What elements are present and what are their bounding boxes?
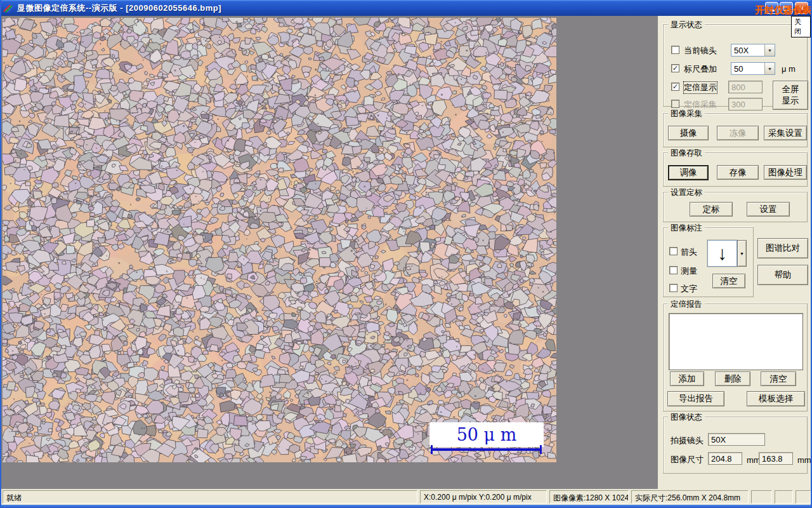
arrow-checkbox[interactable]	[669, 247, 678, 255]
lens-field: 50X	[708, 433, 765, 446]
status-bar: 就绪 X:0.200 μ m/pix Y:0.200 μ m/pix 图像像素:…	[1, 489, 811, 505]
app-icon	[3, 3, 14, 13]
report-listbox[interactable]	[669, 313, 803, 370]
brand-watermark: 开封仪器仪表	[755, 4, 812, 17]
save-image-button[interactable]: 存像	[717, 165, 759, 180]
fixed-display-checkbox[interactable]: ✓	[671, 83, 679, 91]
status-actual-size: 实际尺寸:256.0mm X 204.8mm	[631, 490, 749, 504]
control-panel: 显示状态 当前镜头 50X ▼ ✓ 标尺叠加 50 ▼ μ m ✓ 定倍显示 8…	[658, 16, 811, 489]
scale-bar-text: 50 μ m	[457, 425, 517, 444]
app-window: 显微图像定倍系统--演示版 - [20090602055646.bmp] × 开…	[0, 0, 812, 508]
group-image-status-legend: 图像状态	[668, 412, 705, 423]
window-title: 显微图像定倍系统--演示版 - [20090602055646.bmp]	[17, 3, 221, 14]
status-pixel-scale: X:0.200 μ m/pix Y:0.200 μ m/pix	[420, 490, 547, 504]
group-calibration: 设置定标 定标 设置	[663, 192, 808, 222]
lens-label: 拍摄镜头	[671, 435, 704, 446]
title-bar: 显微图像定倍系统--演示版 - [20090602055646.bmp]	[0, 0, 812, 16]
group-image-status: 图像状态 拍摄镜头 50X 图像尺寸 204.8 mm 163.8 mm	[663, 417, 808, 474]
workspace: 50 μ m 显示状态 当前镜头 50X ▼ ✓ 标尺叠加 50	[1, 16, 811, 489]
status-spare-3	[796, 490, 811, 504]
template-select-button[interactable]: 模板选择	[747, 391, 805, 406]
help-button[interactable]: 帮助	[757, 265, 808, 285]
group-annotation: 图像标注 箭头 ↓ ▼ 测量 清空 文字	[663, 227, 754, 297]
status-image-pixels: 图像像素:1280 X 1024	[549, 490, 629, 504]
ruler-unit: μ m	[782, 64, 796, 74]
height-field: 163.8	[759, 452, 793, 465]
report-clear-button[interactable]: 清空	[761, 371, 796, 386]
fixed-capture-field: 300	[728, 98, 763, 110]
measure-label: 测量	[681, 265, 697, 277]
settings-button[interactable]: 设置	[747, 202, 790, 217]
group-display-status-legend: 显示状态	[668, 20, 705, 30]
ruler-overlay-label: 标尺叠加	[684, 64, 717, 75]
calibrate-button[interactable]: 定标	[690, 202, 733, 217]
fixed-display-field: 800	[728, 81, 763, 93]
text-label: 文字	[681, 283, 697, 295]
clear-annotation-button[interactable]: 清空	[712, 274, 745, 288]
group-image-storage: 图像存取 调像 存像 图像处理	[663, 152, 808, 187]
scale-bar-label-box: 50 μ m	[429, 422, 544, 447]
report-delete-button[interactable]: 删除	[715, 371, 750, 386]
group-image-capture: 图像采集 摄像 冻像 采集设置	[663, 113, 808, 147]
capture-button[interactable]: 摄像	[668, 126, 709, 140]
group-image-storage-legend: 图像存取	[668, 148, 705, 159]
group-display-status: 显示状态 当前镜头 50X ▼ ✓ 标尺叠加 50 ▼ μ m ✓ 定倍显示 8…	[663, 24, 808, 107]
close-tooltip: 关闭	[791, 16, 811, 37]
current-lens-value: 50X	[731, 44, 764, 56]
fixed-capture-checkbox	[671, 100, 679, 108]
capture-settings-button[interactable]: 采集设置	[764, 126, 807, 140]
current-lens-label: 当前镜头	[684, 45, 717, 57]
text-checkbox[interactable]	[669, 284, 678, 292]
group-annotation-legend: 图像标注	[668, 223, 705, 234]
arrow-style-preview[interactable]: ↓	[707, 240, 737, 267]
report-add-button[interactable]: 添加	[670, 371, 704, 386]
freeze-button: 冻像	[717, 126, 759, 140]
current-lens-checkbox[interactable]	[671, 46, 679, 54]
width-field: 204.8	[708, 452, 742, 465]
ruler-value-combo[interactable]: 50 ▼	[731, 62, 775, 75]
size-label: 图像尺寸	[671, 454, 704, 465]
ruler-value: 50	[731, 63, 764, 74]
atlas-compare-button[interactable]: 图谱比对	[757, 238, 808, 258]
micrograph-canvas	[3, 18, 556, 462]
window-bottom-border	[0, 505, 812, 508]
microscope-image-view[interactable]: 50 μ m	[3, 18, 556, 462]
fullscreen-line1: 全屏	[782, 84, 799, 95]
status-spare-1	[751, 490, 772, 504]
group-calibration-legend: 设置定标	[668, 187, 705, 198]
image-process-button[interactable]: 图像处理	[764, 165, 807, 180]
fixed-display-label: 定倍显示	[684, 82, 717, 93]
down-arrow-icon: ↓	[717, 244, 727, 263]
ruler-overlay-checkbox[interactable]: ✓	[671, 64, 679, 72]
group-report-legend: 定倍报告	[668, 299, 705, 310]
status-ready: 就绪	[3, 490, 417, 504]
export-report-button[interactable]: 导出报告	[667, 391, 724, 406]
height-unit: mm	[797, 455, 811, 465]
group-report: 定倍报告 添加 删除 清空 导出报告 模板选择	[663, 304, 808, 411]
load-image-button[interactable]: 调像	[668, 165, 709, 180]
chevron-down-icon[interactable]: ▼	[764, 44, 775, 56]
current-lens-combo[interactable]: 50X ▼	[731, 44, 775, 57]
scale-bar-line	[431, 448, 542, 451]
fullscreen-button[interactable]: 全屏 显示	[773, 81, 808, 110]
status-spare-2	[775, 490, 793, 504]
arrow-label: 箭头	[681, 246, 697, 258]
arrow-style-drop-button[interactable]: ▼	[737, 240, 747, 267]
fullscreen-line2: 显示	[782, 95, 799, 107]
measure-checkbox[interactable]	[669, 266, 678, 274]
chevron-down-icon[interactable]: ▼	[764, 63, 775, 74]
group-image-capture-legend: 图像采集	[668, 109, 705, 119]
